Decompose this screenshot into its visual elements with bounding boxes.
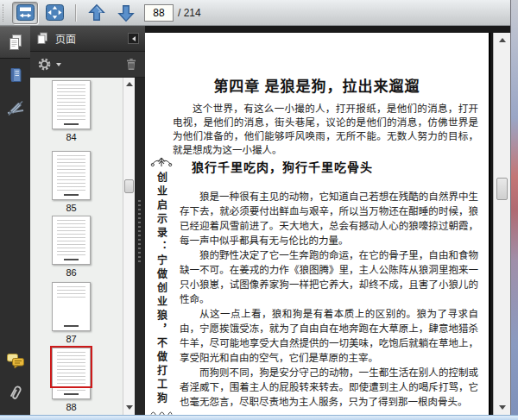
thumbnail-page-87[interactable]: 87 (52, 282, 91, 344)
margin-caption: 创业启示录：宁做创业狼，不做打工狗 (155, 172, 169, 406)
panel-scrollbar-thumb[interactable] (124, 179, 134, 193)
rail-item-bookmarks[interactable] (0, 59, 30, 91)
window-border-bottom (0, 415, 518, 420)
next-page-button[interactable] (113, 2, 139, 24)
body-paragraph: 从这一点上看，狼和狗是有着本质上的区别的。狼为了寻求自由，宁愿挨饿受冻，就为了自… (180, 307, 478, 366)
rail-item-comments[interactable] (0, 344, 30, 377)
intro-paragraph: 这个世界，有这么一小撮的人，打开报纸，是他们的消息，打开电视，是他们的消息，街头… (173, 102, 478, 157)
thumbnail-preview (52, 80, 91, 129)
thumbnail-label: 86 (52, 267, 91, 278)
document-scrollbar[interactable] (493, 33, 510, 420)
fit-width-icon (16, 4, 35, 21)
thumbnail-preview (52, 282, 91, 331)
comments-icon (6, 353, 25, 369)
signature-icon (6, 99, 25, 116)
chapter-title: 第四章 是狼是狗，拉出来遛遛 (145, 74, 489, 96)
scroll-up-icon[interactable] (499, 38, 506, 42)
rail-spacer (0, 124, 30, 344)
pages-small-icon (36, 32, 48, 45)
pages-icon (7, 34, 24, 51)
scroll-down-icon[interactable] (499, 405, 506, 410)
thumbnail-label: 85 (52, 203, 91, 213)
section-heading: 狼行千里吃肉，狗行千里吃骨头 (192, 158, 373, 175)
document-viewport: 第四章 是狼是狗，拉出来遛遛 这个世界，有这么一小撮的人，打开报纸，是他们的消息… (145, 26, 510, 420)
body-paragraph: 狼是一种很有主见的动物，它知道自己若想在残酷的自然界中生存下去，就必须要付出鲜血… (180, 190, 478, 248)
delete-pages-button[interactable] (124, 57, 138, 72)
previous-page-button[interactable] (84, 2, 110, 24)
panel-title: 页面 (55, 31, 76, 46)
document-page: 第四章 是狼是狗，拉出来遛遛 这个世界，有这么一小撮的人，打开报纸，是他们的消息… (145, 33, 490, 420)
thumbnail-page-88-current[interactable]: 88 (52, 348, 91, 412)
scroll-up-icon[interactable] (126, 82, 133, 86)
rail-item-signatures[interactable] (0, 91, 30, 124)
panel-resize-grip[interactable] (135, 78, 145, 420)
thumbnail-label: 87 (52, 334, 91, 344)
attachment-icon (7, 384, 24, 403)
thumbnail-list: 84 85 86 87 (30, 78, 123, 420)
thumbnail-page-86[interactable]: 86 (52, 216, 91, 278)
thumbnail-label: 84 (52, 132, 91, 142)
current-page-highlight (50, 346, 92, 388)
bookmarks-icon (7, 66, 24, 84)
intro-paragraph-block: 这个世界，有这么一小撮的人，打开报纸，是他们的消息，打开电视，是他们的消息，街头… (173, 102, 478, 157)
toolbar-grip[interactable] (3, 4, 6, 22)
fit-page-button[interactable] (41, 2, 67, 24)
thumbnail-label: 88 (52, 402, 91, 412)
thumbnail-preview (52, 348, 91, 399)
body-text-block: 狼是一种很有主见的动物，它知道自己若想在残酷的自然界中生存下去，就必须要付出鲜血… (180, 190, 478, 410)
toolbar: / 214 (0, 0, 511, 26)
panel-header: 页面 (30, 26, 145, 52)
rail-item-attachments[interactable] (0, 377, 30, 410)
navigation-rail (0, 26, 30, 420)
panel-toolbar (30, 52, 145, 78)
collapse-panel-button[interactable] (128, 33, 139, 44)
body-paragraph: 而狗则不同，狗是安分守己的动物，一生都生活在别人的控制或者淫威下，围着主人的屁股… (180, 366, 478, 410)
collapse-arrow-icon (132, 36, 136, 41)
page-down-icon (117, 3, 136, 22)
margin-decoration-column: 创业启示录：宁做创业狼，不做打工狗 (150, 154, 173, 420)
document-scrollbar-thumb[interactable] (496, 178, 508, 200)
thumbnail-page-85[interactable]: 85 (52, 151, 91, 213)
body-paragraph: 狼的野性决定了它一生奔跑的命运，在它的骨子里，自由和食物缺一不可。在姜戎的力作《… (180, 248, 478, 307)
window-border-right (510, 0, 518, 420)
fit-page-icon (46, 4, 64, 21)
page-number-input[interactable] (144, 4, 174, 22)
options-button[interactable] (37, 57, 52, 72)
thumbnail-preview (52, 151, 91, 200)
fleuron-ornament-icon (150, 154, 173, 168)
page-up-icon (87, 3, 106, 22)
panel-scrollbar[interactable] (123, 78, 135, 420)
rail-item-page-thumbnails[interactable] (0, 26, 30, 59)
options-caret-icon (56, 63, 61, 66)
thumbnail-preview (52, 216, 91, 265)
toolbar-separator (75, 4, 76, 22)
grip-dots (138, 200, 141, 262)
scroll-down-icon[interactable] (126, 405, 133, 410)
thumbnail-page-84[interactable]: 84 (52, 80, 91, 142)
fit-width-button[interactable] (12, 2, 38, 24)
thumbnails-panel: 页面 84 (30, 26, 145, 420)
page-count-label: / 214 (178, 7, 201, 19)
